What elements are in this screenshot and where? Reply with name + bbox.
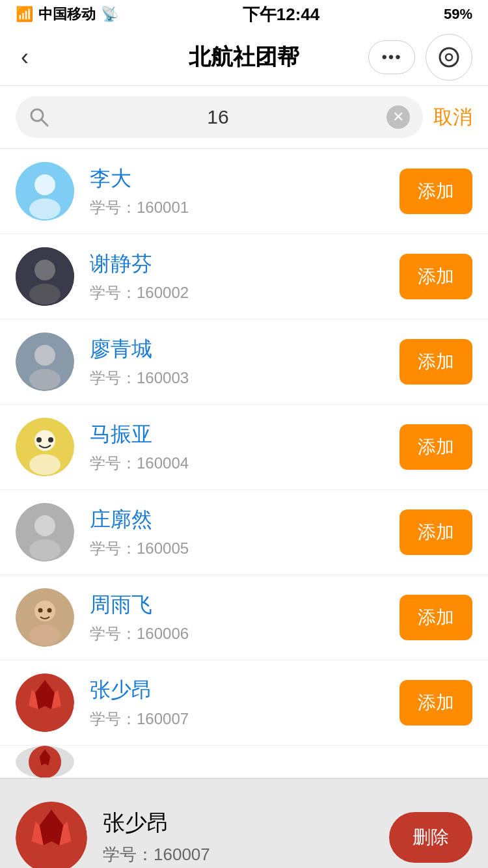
user-name: 廖青城 bbox=[90, 335, 400, 364]
user-info: 周雨飞 学号：160006 bbox=[90, 591, 400, 644]
user-student-id: 学号：160007 bbox=[90, 709, 400, 729]
svg-point-12 bbox=[29, 369, 61, 390]
add-button[interactable]: 添加 bbox=[400, 254, 472, 299]
add-button[interactable]: 添加 bbox=[400, 680, 472, 726]
user-student-id: 学号：160006 bbox=[90, 623, 400, 644]
user-name: 李大 bbox=[90, 165, 400, 193]
user-info: 谢静芬 学号：160002 bbox=[90, 250, 400, 303]
svg-line-3 bbox=[42, 120, 47, 126]
list-item: 周雨飞 学号：160006 添加 bbox=[0, 575, 488, 660]
more-button[interactable]: ••• bbox=[368, 40, 415, 74]
list-item: 李大 学号：160001 添加 bbox=[0, 149, 488, 234]
list-item: 谢静芬 学号：160002 添加 bbox=[0, 234, 488, 319]
svg-point-0 bbox=[440, 48, 458, 66]
svg-point-20 bbox=[29, 539, 61, 560]
svg-point-16 bbox=[36, 437, 42, 442]
add-button[interactable]: 添加 bbox=[400, 169, 472, 214]
user-info: 张少昂 学号：160007 bbox=[90, 676, 400, 729]
svg-point-6 bbox=[29, 198, 61, 219]
user-student-id: 学号：160002 bbox=[90, 282, 400, 303]
user-name: 张少昂 bbox=[90, 676, 400, 705]
scan-button[interactable] bbox=[426, 34, 472, 81]
selected-user-student-id: 学号：160007 bbox=[103, 843, 389, 866]
svg-point-23 bbox=[29, 625, 61, 645]
user-info: 马振亚 学号：160004 bbox=[90, 420, 400, 474]
user-info: 廖青城 学号：160003 bbox=[90, 335, 400, 388]
selected-user-panel: 张少昂 学号：160007 删除 bbox=[0, 778, 488, 868]
list-item bbox=[0, 746, 488, 778]
svg-point-5 bbox=[34, 174, 55, 195]
add-button[interactable]: 添加 bbox=[400, 424, 472, 470]
add-button[interactable]: 添加 bbox=[400, 509, 472, 555]
selected-avatar bbox=[16, 802, 87, 869]
svg-point-1 bbox=[446, 54, 452, 61]
svg-point-9 bbox=[29, 284, 61, 305]
selected-user-info: 张少昂 学号：160007 bbox=[103, 808, 389, 866]
search-input-container: ✕ bbox=[16, 96, 423, 138]
svg-point-11 bbox=[34, 345, 55, 366]
search-bar: ✕ 取消 bbox=[0, 86, 488, 149]
svg-point-15 bbox=[29, 454, 61, 475]
avatar bbox=[16, 332, 74, 391]
avatar bbox=[16, 588, 74, 647]
avatar bbox=[16, 673, 74, 732]
user-name: 谢静芬 bbox=[90, 250, 400, 278]
clear-button[interactable]: ✕ bbox=[386, 105, 410, 129]
list-item: 张少昂 学号：160007 添加 bbox=[0, 660, 488, 746]
user-name: 马振亚 bbox=[90, 420, 400, 449]
avatar bbox=[16, 503, 74, 562]
avatar bbox=[16, 418, 74, 476]
back-button[interactable]: ‹ bbox=[16, 38, 34, 76]
user-student-id: 学号：160005 bbox=[90, 538, 400, 559]
add-button[interactable]: 添加 bbox=[400, 339, 472, 385]
search-input[interactable] bbox=[57, 106, 379, 128]
battery-label: 59% bbox=[444, 6, 472, 23]
svg-point-25 bbox=[47, 608, 52, 613]
user-name: 庄廓然 bbox=[90, 506, 400, 534]
user-name: 周雨飞 bbox=[90, 591, 400, 619]
page-title: 北航社团帮 bbox=[189, 42, 299, 72]
nav-actions: ••• bbox=[368, 34, 472, 81]
carrier-label: 中国移动 bbox=[38, 5, 96, 24]
status-left: 📶 中国移动 📡 bbox=[16, 5, 118, 24]
user-list: 李大 学号：160001 添加 谢静芬 学号：160002 添加 bbox=[0, 149, 488, 778]
signal-icon: 📶 bbox=[16, 6, 33, 23]
user-student-id: 学号：160004 bbox=[90, 453, 400, 474]
list-item: 庄廓然 学号：160005 添加 bbox=[0, 490, 488, 575]
user-student-id: 学号：160003 bbox=[90, 368, 400, 388]
avatar bbox=[16, 746, 74, 778]
user-info: 庄廓然 学号：160005 bbox=[90, 506, 400, 559]
status-bar: 📶 中国移动 📡 下午12:44 59% bbox=[0, 0, 488, 29]
status-time: 下午12:44 bbox=[243, 3, 320, 26]
add-button[interactable]: 添加 bbox=[400, 595, 472, 640]
dots-label: ••• bbox=[381, 48, 401, 66]
avatar bbox=[16, 162, 74, 221]
clear-icon: ✕ bbox=[392, 109, 404, 126]
svg-point-19 bbox=[34, 515, 55, 536]
scan-icon bbox=[437, 46, 461, 69]
svg-point-17 bbox=[48, 437, 53, 442]
user-info: 李大 学号：160001 bbox=[90, 165, 400, 218]
list-item: 马振亚 学号：160004 添加 bbox=[0, 405, 488, 490]
delete-button[interactable]: 删除 bbox=[389, 812, 472, 863]
avatar bbox=[16, 247, 74, 306]
nav-bar: ‹ 北航社团帮 ••• bbox=[0, 29, 488, 86]
user-student-id: 学号：160001 bbox=[90, 197, 400, 218]
selected-user-name: 张少昂 bbox=[103, 808, 389, 838]
svg-point-24 bbox=[38, 608, 43, 613]
cancel-button[interactable]: 取消 bbox=[433, 104, 472, 131]
wifi-icon: 📡 bbox=[101, 6, 118, 23]
svg-point-8 bbox=[34, 260, 55, 280]
search-icon bbox=[29, 107, 49, 128]
list-item: 廖青城 学号：160003 添加 bbox=[0, 319, 488, 405]
